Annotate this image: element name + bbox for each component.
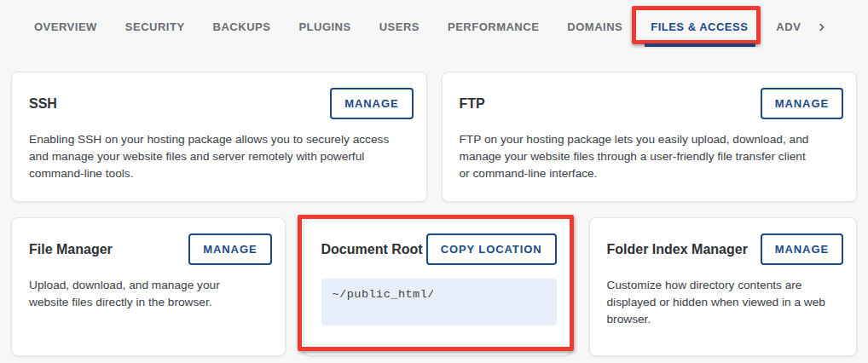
ssh-card-title: SSH (29, 96, 57, 112)
ssh-manage-button[interactable]: MANAGE (330, 88, 413, 119)
ssh-card-header: SSH MANAGE (29, 87, 414, 120)
ssh-card: SSH MANAGE Enabling SSH on your hosting … (11, 72, 427, 202)
ftp-card-title: FTP (460, 96, 485, 112)
ftp-card: FTP MANAGE FTP on your hosting package l… (442, 72, 858, 202)
document-root-path-value: ~/public_html/w (333, 288, 433, 301)
section-tabs: OVERVIEW SECURITY BACKUPS PLUGINS USERS … (0, 0, 868, 53)
tab-security[interactable]: SECURITY (125, 20, 185, 33)
card-gap (286, 217, 304, 356)
tab-plugins[interactable]: PLUGINS (298, 20, 350, 33)
ftp-card-description: FTP on your hosting package lets you eas… (460, 131, 844, 182)
folder-index-manager-card-description: Customize how directory contents are dis… (607, 277, 844, 328)
folder-index-manager-card: Folder Index Manager MANAGE Customize ho… (589, 217, 858, 356)
document-root-annotated-region: Document Root COPY LOCATION ~/public_htm… (304, 217, 570, 356)
tab-overview[interactable]: OVERVIEW (34, 20, 97, 33)
document-root-card-title: Document Root (321, 242, 423, 257)
cards-row-bottom: File Manager MANAGE Upload, download, an… (11, 217, 857, 356)
file-manager-card-header: File Manager MANAGE (29, 233, 272, 266)
document-root-card: Document Root COPY LOCATION ~/public_htm… (304, 217, 570, 356)
tab-backups[interactable]: BACKUPS (213, 20, 271, 33)
tab-advanced-truncated[interactable]: ADV (776, 20, 801, 33)
tab-users[interactable]: USERS (379, 20, 420, 33)
folder-index-manager-manage-button[interactable]: MANAGE (761, 233, 843, 265)
files-access-panel: SSH MANAGE Enabling SSH on your hosting … (11, 72, 857, 356)
cards-row-top: SSH MANAGE Enabling SSH on your hosting … (11, 72, 857, 202)
tab-files-and-access[interactable]: FILES & ACCESS (651, 20, 748, 33)
file-manager-card: File Manager MANAGE Upload, download, an… (11, 217, 286, 356)
tab-performance[interactable]: PERFORMANCE (448, 20, 539, 33)
ssh-card-description: Enabling SSH on your hosting package all… (29, 131, 414, 182)
document-root-path-box: ~/public_html/w (321, 279, 557, 326)
folder-index-manager-card-title: Folder Index Manager (607, 242, 748, 257)
chevron-right-icon[interactable]: › (819, 17, 825, 37)
card-gap (570, 217, 589, 356)
copy-location-button[interactable]: COPY LOCATION (426, 233, 557, 265)
tab-domains[interactable]: DOMAINS (567, 20, 622, 33)
folder-index-manager-card-header: Folder Index Manager MANAGE (607, 233, 844, 266)
tab-files-and-access-label: FILES & ACCESS (651, 20, 748, 33)
ftp-card-header: FTP MANAGE (460, 87, 844, 120)
document-root-card-header: Document Root COPY LOCATION (321, 233, 557, 266)
file-manager-card-description: Upload, download, and manage your websit… (29, 277, 272, 311)
file-manager-manage-button[interactable]: MANAGE (188, 233, 271, 265)
ftp-manage-button[interactable]: MANAGE (761, 88, 843, 119)
file-manager-card-title: File Manager (29, 242, 113, 257)
